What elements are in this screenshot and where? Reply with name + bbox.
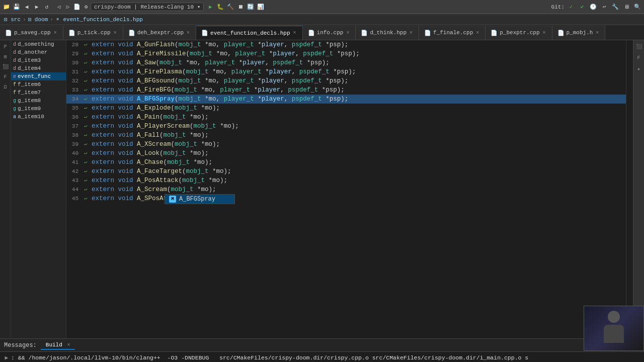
debug-button[interactable]: 🐛 [216, 3, 225, 12]
code-line-28[interactable]: 28 ↵ extern void A_GunFlash(mobj_t *mo, … [66, 40, 626, 49]
code-line-32[interactable]: 32 ↵ extern void A_BFGsound(mobj_t *mo, … [66, 76, 626, 85]
tab-label-p-saveg: p_saveg.cpp [14, 30, 51, 36]
tab-p-saveg[interactable]: 📄 p_saveg.cpp × [0, 26, 63, 40]
tools-icon[interactable]: 🔧 [611, 3, 620, 12]
icon-back[interactable]: ◀ [22, 3, 31, 12]
code-line-35[interactable]: 35 ↵ extern void A_Explode(mobj_t *mo); [66, 104, 626, 113]
code-line-30[interactable]: 30 ↵ extern void A_Saw(mobj_t *mo, playe… [66, 58, 626, 67]
project-selector[interactable]: crispy-doom | Release-Clang 10 ▾ [91, 3, 204, 11]
code-line-36[interactable]: 36 ↵ extern void A_Pain(mobj_t *mo); [66, 113, 626, 122]
autocomplete-popup[interactable]: M A_BFGSpray [165, 194, 235, 204]
build-tab[interactable]: Build × [41, 341, 75, 350]
file-tree: d d_something d d_another d d_item3 d d_… [11, 40, 66, 338]
left-icon4[interactable]: F [1, 72, 10, 81]
code-line-43[interactable]: 43 ↵ extern void A_PosAttack(mobj_t *mo)… [66, 176, 626, 185]
tree-item-10[interactable]: a a_item10 [11, 113, 66, 121]
icon-refresh[interactable]: ↺ [42, 3, 51, 12]
tab-close-f-finale[interactable]: × [475, 30, 480, 36]
autocomplete-item[interactable]: M A_BFGSpray [165, 195, 234, 204]
icon-settings[interactable]: ⚙ [82, 3, 91, 12]
tab-deh-bexptr[interactable]: 📄 deh_bexptr.cpp × [123, 26, 196, 40]
tab-p-bexptr[interactable]: 📄 p_bexptr.cpp × [486, 26, 552, 40]
build-tab-close[interactable]: × [67, 342, 70, 348]
code-editor[interactable]: 28 ↵ extern void A_GunFlash(mobj_t *mo, … [66, 40, 626, 338]
build-button[interactable]: 🔨 [226, 3, 235, 12]
tree-item-1[interactable]: d d_something [11, 40, 66, 48]
tab-label-p-tick: p_tick.cpp [77, 30, 111, 36]
tab-f-finale[interactable]: 📄 f_finale.cpp × [419, 26, 486, 40]
code-line-40[interactable]: 40 ↵ extern void A_Look(mobj_t *mo); [66, 149, 626, 158]
git-revert[interactable]: ↩ [600, 3, 609, 12]
run-icons: ▶ 🐛 🔨 ⏹ 🔄 📊 [206, 3, 265, 12]
code-line-41[interactable]: 41 ↵ extern void A_Chase(mobj_t *mo); [66, 158, 626, 167]
git-history[interactable]: 🕐 [589, 3, 598, 12]
tree-item-8[interactable]: g g_item8 [11, 97, 66, 105]
tree-item-9[interactable]: g g_item9 [11, 105, 66, 113]
code-line-34[interactable]: 34 ↵ extern void A_BFGSpray(mobj_t *mo, … [66, 95, 626, 104]
favorites-icon[interactable]: ★ [634, 64, 643, 73]
tree-item-7[interactable]: f f_item7 [11, 88, 66, 97]
right-icon-2[interactable]: F [634, 53, 643, 62]
icon-nav-forward[interactable]: ▷ [63, 3, 72, 12]
messages-content: ▶ : && /home/jason/.local/llvm-10/bin/cl… [0, 352, 644, 362]
git-tick[interactable]: ✔ [578, 3, 587, 12]
webcam-silhouette [601, 311, 626, 346]
code-line-42[interactable]: 42 ↵ extern void A_FaceTarget(mobj_t *mo… [66, 167, 626, 176]
tab-close-p-bexptr[interactable]: × [541, 30, 546, 36]
left-icon2[interactable]: ⊞ [1, 52, 10, 61]
code-line-37[interactable]: 37 ↵ extern void A_PlayerScream(mobj_t *… [66, 122, 626, 131]
run-button[interactable]: ▶ [206, 3, 215, 12]
tab-event-function-decls[interactable]: 📄 event_function_decls.hpp × [196, 26, 302, 40]
breadcrumb-part2[interactable]: ⊡ doom [28, 16, 48, 23]
main-area: P ⊞ ⬛ F Ω d d_something d d_another d d_… [0, 40, 644, 338]
explorer-icon[interactable]: P [1, 42, 10, 51]
breadcrumb-part3[interactable]: ⚬ event_function_decls.hpp [55, 16, 143, 23]
code-line-29[interactable]: 29 ↵ extern void A_FireMissile(mobj_t *m… [66, 49, 626, 58]
code-line-44[interactable]: 44 ↵ extern void A_Scream(mobj_t *mo); [66, 185, 626, 194]
tab-p-tick[interactable]: 📄 p_tick.cpp × [63, 26, 123, 40]
code-line-39[interactable]: 39 ↵ extern void A_XScream(mobj_t *mo); [66, 140, 626, 149]
tab-p-mobj[interactable]: 📄 p_mobj.h × [552, 26, 606, 40]
icon-nav-back[interactable]: ◁ [54, 3, 63, 12]
tab-close-info-cpp[interactable]: × [345, 30, 350, 36]
tree-item-5[interactable]: e event_func [11, 72, 66, 80]
tree-item-2[interactable]: d d_another [11, 48, 66, 56]
editor-scrollbar[interactable] [626, 40, 633, 338]
build-tab-label: Build [46, 342, 62, 348]
reload-button[interactable]: 🔄 [246, 3, 255, 12]
stop-button[interactable]: ⏹ [236, 3, 245, 12]
git-check[interactable]: ✓ [567, 3, 576, 12]
tree-item-6[interactable]: f f_item6 [11, 80, 66, 88]
left-activity-bar: P ⊞ ⬛ F Ω [0, 40, 11, 338]
code-line-31[interactable]: 31 ↵ extern void A_FirePlasma(mobj_t *mo… [66, 67, 626, 76]
tree-item-3[interactable]: d d_item3 [11, 56, 66, 64]
search-icon[interactable]: 🔍 [633, 3, 642, 12]
icon-file[interactable]: 📄 [72, 3, 82, 12]
code-line-33[interactable]: 33 ↵ extern void A_FireBFG(mobj_t *mo, p… [66, 85, 626, 95]
tab-close-deh-bexptr[interactable]: × [186, 30, 191, 36]
tab-d-think[interactable]: 📄 d_think.hpp × [356, 26, 419, 40]
code-line-38[interactable]: 38 ↵ extern void A_Fall(mobj_t *mo); [66, 131, 626, 140]
monitor-icon[interactable]: 🖥 [622, 3, 631, 12]
code-lines: 28 ↵ extern void A_GunFlash(mobj_t *mo, … [66, 40, 626, 203]
icon-forward[interactable]: ▶ [32, 3, 41, 12]
icon-save[interactable]: 💾 [12, 3, 21, 12]
tab-close-p-saveg[interactable]: × [53, 30, 58, 36]
left-icon3[interactable]: ⬛ [1, 62, 10, 71]
tab-label-info-cpp: info.cpp [317, 30, 344, 36]
icon-folder[interactable]: 📁 [2, 3, 11, 12]
tab-label-event-function-decls: event_function_decls.hpp [210, 30, 290, 36]
tree-item-4[interactable]: d d_item4 [11, 64, 66, 72]
code-line-45[interactable]: 45 ↵ extern void A_SPosAttack(mobi_t *mo… [66, 194, 626, 203]
tab-close-p-tick[interactable]: × [113, 30, 118, 36]
right-icon-1[interactable]: ⬛ [634, 42, 643, 51]
file-icons: 📁 💾 ◀ ▶ ↺ [2, 3, 51, 12]
tab-close-event-function-decls[interactable]: × [292, 30, 297, 36]
left-icon5[interactable]: Ω [1, 82, 10, 92]
tab-close-d-think[interactable]: × [409, 30, 414, 36]
tab-close-p-mobj[interactable]: × [595, 30, 600, 36]
breadcrumb-part1[interactable]: ⊡ src [4, 16, 21, 23]
tab-info-cpp[interactable]: 📄 info.cpp × [303, 26, 356, 40]
profile-button[interactable]: 📊 [256, 3, 265, 12]
tab-label-deh-bexptr: deh_bexptr.cpp [137, 30, 184, 36]
